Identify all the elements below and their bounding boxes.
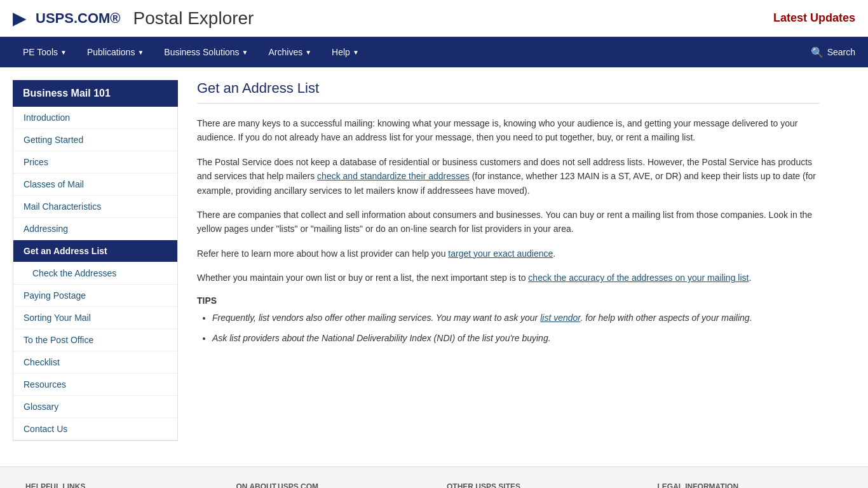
sidebar-title: Business Mail 101	[13, 80, 178, 107]
sidebar-item-paying-postage[interactable]: Paying Postage	[13, 285, 177, 307]
search-button[interactable]: 🔍 Search	[811, 46, 855, 58]
para-4: Refer here to learn more about how a lis…	[197, 247, 820, 261]
target-audience-link[interactable]: target your exact audience	[448, 248, 553, 259]
page-title: Get an Address List	[197, 80, 820, 104]
nav-archives-label: Archives	[269, 47, 303, 57]
para-1: There are many keys to a successful mail…	[197, 116, 820, 145]
sidebar-item-prices[interactable]: Prices	[13, 151, 177, 173]
help-arrow-icon: ▼	[353, 49, 359, 56]
sidebar-item-sorting-mail[interactable]: Sorting Your Mail	[13, 307, 177, 329]
sidebar-item-contact-us[interactable]: Contact Us	[13, 418, 177, 440]
sidebar-item-checklist[interactable]: Checklist	[13, 351, 177, 374]
publications-arrow-icon: ▼	[137, 49, 144, 56]
latest-updates-link[interactable]: Latest Updates	[773, 11, 855, 25]
nav-publications-label: Publications	[87, 47, 135, 57]
para-5: Whether you maintain your own list or bu…	[197, 271, 820, 285]
tips-list: Frequently, list vendors also offer othe…	[212, 311, 820, 346]
sidebar-item-mail-characteristics[interactable]: Mail Characteristics	[13, 196, 177, 218]
sidebar-item-introduction[interactable]: Introduction	[13, 107, 177, 129]
sidebar-item-addressing[interactable]: Addressing	[13, 218, 177, 240]
footer-helpful-links-title: HELPFUL LINKS	[25, 482, 211, 488]
sidebar-item-post-office[interactable]: To the Post Office	[13, 329, 177, 351]
main-nav: PE Tools ▼ Publications ▼ Business Solut…	[0, 37, 868, 67]
footer-other-usps: OTHER USPS SITES Business Customer Gatew…	[447, 482, 632, 488]
page-header: ▶ USPS.COM® Postal Explorer Latest Updat…	[0, 0, 868, 37]
content-area: Business Mail 101 Introduction Getting S…	[0, 67, 839, 454]
sidebar-item-resources[interactable]: Resources	[13, 374, 177, 396]
nav-business-solutions-label: Business Solutions	[164, 47, 239, 57]
list-vendor-link[interactable]: list vendor	[540, 313, 580, 323]
nav-pe-tools[interactable]: PE Tools ▼	[13, 37, 77, 67]
footer-legal-title: LEGAL INFORMATION	[658, 482, 843, 488]
nav-business-solutions[interactable]: Business Solutions ▼	[154, 37, 258, 67]
archives-arrow-icon: ▼	[305, 49, 311, 56]
logo-icon: ▶	[13, 8, 27, 29]
business-solutions-arrow-icon: ▼	[242, 49, 248, 56]
footer-about-usps: ON ABOUT.USPS.COM About USPS Home Newsro…	[236, 482, 422, 488]
search-label: Search	[827, 47, 855, 57]
search-icon: 🔍	[811, 46, 824, 58]
footer-about-usps-title: ON ABOUT.USPS.COM	[236, 482, 422, 488]
pe-tools-arrow-icon: ▼	[60, 49, 67, 56]
nav-help[interactable]: Help ▼	[322, 37, 369, 67]
nav-help-label: Help	[332, 47, 350, 57]
para-2: The Postal Service does not keep a datab…	[197, 155, 820, 198]
footer-other-usps-title: OTHER USPS SITES	[447, 482, 632, 488]
sidebar-item-check-addresses[interactable]: Check the Addresses	[13, 262, 177, 285]
sidebar-item-getting-started[interactable]: Getting Started	[13, 129, 177, 151]
tip-2: Ask list providers about the National De…	[212, 331, 820, 345]
nav-archives[interactable]: Archives ▼	[259, 37, 322, 67]
para-3: There are companies that collect and sel…	[197, 208, 820, 236]
sidebar-item-classes-of-mail[interactable]: Classes of Mail	[13, 173, 177, 196]
check-accuracy-link[interactable]: check the accuracy of the addresses on y…	[528, 273, 749, 283]
logo: ▶ USPS.COM®	[13, 8, 121, 29]
sidebar-menu: Introduction Getting Started Prices Clas…	[13, 107, 178, 441]
tips-heading: TIPS	[197, 295, 820, 306]
tip-1: Frequently, list vendors also offer othe…	[212, 311, 820, 325]
footer-helpful-links: HELPFUL LINKS Contact Us Site Index	[25, 482, 211, 488]
sidebar: Business Mail 101 Introduction Getting S…	[13, 80, 178, 441]
footer-legal: LEGAL INFORMATION Privacy Policy Terms o…	[658, 482, 843, 488]
page-footer: HELPFUL LINKS Contact Us Site Index ON A…	[0, 466, 868, 488]
logo-text: USPS.COM®	[36, 10, 121, 27]
sidebar-item-get-address-list[interactable]: Get an Address List	[13, 240, 177, 262]
sidebar-item-glossary[interactable]: Glossary	[13, 396, 177, 418]
nav-publications[interactable]: Publications ▼	[77, 37, 154, 67]
site-title: Postal Explorer	[133, 8, 254, 29]
nav-pe-tools-label: PE Tools	[23, 47, 58, 57]
check-standardize-link[interactable]: check and standardize their addresses	[317, 171, 470, 181]
main-content: Get an Address List There are many keys …	[191, 80, 826, 441]
